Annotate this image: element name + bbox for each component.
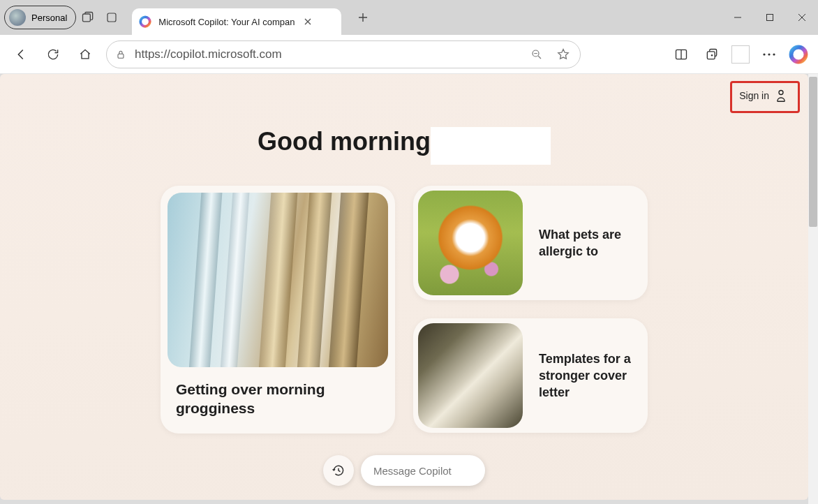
svg-point-2: [141, 17, 151, 27]
message-bar: Message Copilot: [323, 455, 485, 486]
address-bar[interactable]: [106, 40, 581, 68]
favorite-star-icon[interactable]: [553, 45, 573, 64]
greeting-text: Good morning: [258, 127, 431, 156]
copilot-page: Sign in Good morning Getting over mornin…: [0, 74, 808, 500]
person-icon: [775, 88, 787, 103]
profile-switcher[interactable]: Personal: [4, 6, 76, 29]
card-image-curtains: [168, 193, 388, 367]
window-maximize-button[interactable]: [754, 0, 786, 35]
profile-label: Personal: [31, 13, 67, 23]
card-title: What pets are allergic to: [539, 226, 635, 260]
history-button[interactable]: [323, 455, 354, 486]
window-minimize-button[interactable]: [722, 0, 754, 35]
zoom-out-icon[interactable]: [527, 45, 546, 64]
tab-title: Microsoft Copilot: Your AI compan: [158, 17, 295, 27]
copilot-sidebar-button[interactable]: [789, 45, 808, 64]
sign-in-label: Sign in: [739, 90, 769, 101]
message-input[interactable]: Message Copilot: [361, 455, 485, 486]
browser-tab-active[interactable]: Microsoft Copilot: Your AI compan: [132, 8, 341, 35]
suggestion-card-large[interactable]: Getting over morning grogginess: [161, 186, 395, 433]
browser-toolbar: [0, 35, 818, 74]
settings-more-button[interactable]: [758, 43, 780, 66]
svg-rect-0: [83, 14, 91, 22]
card-image-desk: [418, 323, 523, 428]
page-viewport: Sign in Good morning Getting over mornin…: [0, 74, 818, 504]
window-controls: [722, 0, 818, 35]
url-input[interactable]: [135, 47, 520, 61]
collections-button[interactable]: [701, 43, 723, 66]
card-title: Templates for a stronger cover letter: [539, 350, 635, 401]
scrollbar-thumb[interactable]: [809, 77, 817, 227]
card-title: Getting over morning grogginess: [176, 380, 381, 418]
svg-rect-4: [118, 54, 124, 58]
greeting-name-redacted: [431, 127, 551, 165]
home-button[interactable]: [74, 43, 96, 66]
new-tab-button[interactable]: [351, 6, 375, 29]
svg-rect-3: [767, 15, 773, 21]
refresh-button[interactable]: [42, 43, 64, 66]
window-close-button[interactable]: [786, 0, 818, 35]
tab-actions-button[interactable]: [100, 6, 124, 29]
vertical-scrollbar[interactable]: [808, 74, 818, 504]
svg-point-9: [768, 53, 770, 55]
tab-favicon-copilot-icon: [139, 15, 151, 28]
svg-point-12: [779, 91, 783, 95]
sign-in-button[interactable]: Sign in: [732, 82, 794, 109]
profile-avatar-icon: [9, 9, 26, 26]
workspaces-button[interactable]: [76, 6, 100, 29]
history-icon: [332, 464, 345, 477]
svg-point-10: [773, 53, 775, 55]
svg-point-8: [763, 53, 765, 55]
site-info-lock-icon[interactable]: [114, 49, 128, 60]
split-screen-button[interactable]: [670, 43, 692, 66]
back-button[interactable]: [10, 43, 32, 66]
svg-point-11: [791, 47, 806, 61]
message-placeholder: Message Copilot: [373, 465, 452, 477]
extension-placeholder[interactable]: [731, 45, 750, 64]
suggestion-card-cover-letter[interactable]: Templates for a stronger cover letter: [413, 318, 648, 433]
card-image-corgi: [418, 191, 523, 295]
suggestion-card-pets[interactable]: What pets are allergic to: [413, 186, 648, 300]
tab-close-button[interactable]: [302, 15, 314, 28]
browser-titlebar: Personal Microsoft Copilot: Your AI comp…: [0, 0, 818, 35]
svg-rect-1: [107, 13, 116, 22]
